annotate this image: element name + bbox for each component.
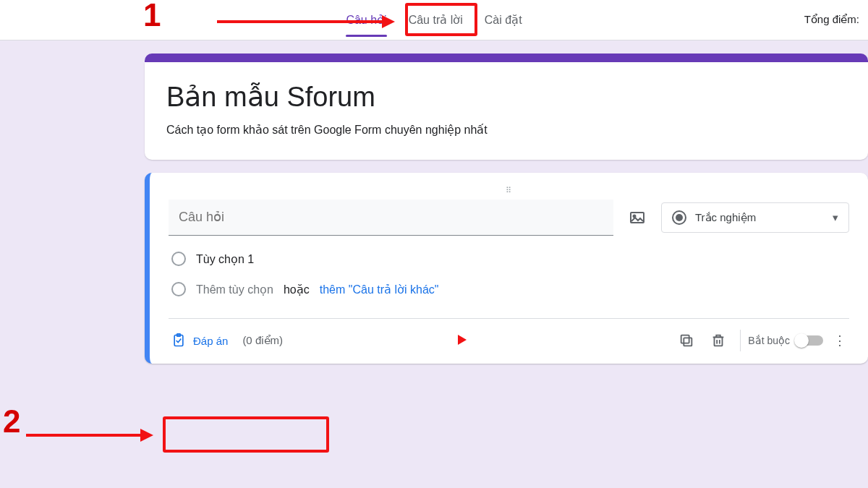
image-icon[interactable] [628,208,647,227]
clipboard-check-icon [171,333,186,348]
annotation-arrow-1 [217,20,383,23]
or-label: hoặc [284,283,310,296]
arrow-head-icon [140,429,153,442]
annotation-box-2 [163,416,329,453]
drag-handle-icon[interactable]: ⠿ [169,186,849,200]
required-toggle[interactable] [796,335,823,346]
question-type-label: Trắc nghiệm [695,211,756,224]
svg-rect-6 [715,337,723,346]
question-type-select[interactable]: Trắc nghiệm ▾ [661,202,849,233]
radio-icon [672,210,686,225]
duplicate-icon[interactable] [678,332,695,349]
add-option-label[interactable]: Thêm tùy chọn [196,283,273,296]
question-footer: Đáp án (0 điểm) Bắt buộc ⋮ [169,318,849,364]
annotation-number-2: 2 [3,403,20,439]
add-other-link[interactable]: thêm "Câu trả lời khác" [320,283,439,296]
annotation-arrow-2 [26,434,142,437]
svg-rect-5 [681,335,689,343]
more-icon[interactable]: ⋮ [830,333,849,348]
answer-key-label: Đáp án [193,335,228,347]
tab-settings[interactable]: Cài đặt [485,0,522,40]
option-row[interactable]: Tùy chọn 1 [171,252,849,266]
total-score-label: Tổng điểm: [804,13,859,26]
answer-points: (0 điểm) [242,334,283,347]
form-title[interactable]: Bản mẫu Sforum [166,81,846,113]
chevron-down-icon: ▾ [833,211,838,224]
form-accent-bar [145,53,868,62]
annotation-box-1 [405,3,477,36]
trash-icon[interactable] [710,332,727,349]
divider [740,330,741,351]
form-description[interactable]: Cách tạo form khảo sát trên Google Form … [166,123,846,137]
annotation-arrow-icon [458,335,467,345]
svg-rect-0 [631,213,644,223]
answer-key-button[interactable]: Đáp án (0 điểm) [169,329,286,352]
radio-outline-icon [171,252,186,266]
option-label[interactable]: Tùy chọn 1 [196,252,254,266]
question-card[interactable]: ⠿ Trắc nghiệm ▾ Tùy chọn 1 [145,173,868,364]
question-title-input[interactable] [169,200,613,236]
add-option-row[interactable]: Thêm tùy chọn hoặc thêm "Câu trả lời khá… [171,282,849,296]
svg-rect-4 [684,338,692,346]
form-header-card: Bản mẫu Sforum Cách tạo form khảo sát tr… [145,62,868,160]
arrow-head-icon [382,15,395,28]
radio-outline-icon [171,282,186,296]
required-label: Bắt buộc [748,335,790,346]
